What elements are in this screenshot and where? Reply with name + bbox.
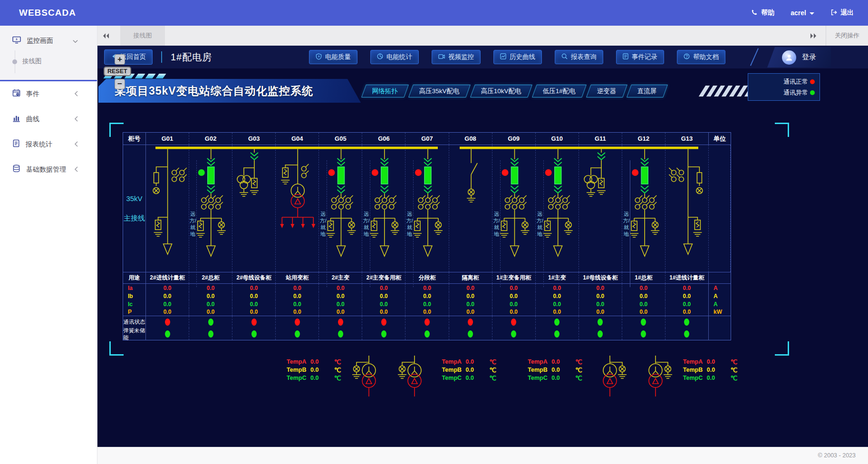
toolbar-divider bbox=[161, 51, 162, 63]
tab-hv-35kv[interactable]: 高压35kV配电 bbox=[408, 85, 471, 97]
user-menu[interactable]: acrel bbox=[791, 9, 814, 17]
sidebar-item-curves[interactable]: 曲线 bbox=[0, 106, 97, 132]
sidebar-item-monitor-screens[interactable]: 监控画面 bbox=[0, 32, 97, 49]
unit-cell: kW bbox=[709, 308, 731, 316]
sidebar-item-base-data[interactable]: 基础数据管理 bbox=[0, 157, 97, 182]
value-cell: 0.0 bbox=[232, 284, 276, 292]
bus-voltage-label: 35kV主接线 bbox=[123, 145, 146, 272]
value-cell: 0.0 bbox=[492, 292, 536, 300]
led-indicator bbox=[468, 330, 473, 338]
tab-dc-panel[interactable]: 直流屏 bbox=[627, 85, 667, 97]
power-quality-button[interactable]: 电能质量 bbox=[309, 50, 357, 64]
sidebar-item-events[interactable]: 事件 bbox=[0, 81, 97, 106]
report-search-button[interactable]: 报表查询 bbox=[555, 50, 603, 64]
shield-icon bbox=[316, 53, 322, 61]
zoom-out-button[interactable]: − bbox=[115, 79, 125, 89]
value-cell: 0.0 bbox=[492, 300, 536, 308]
top-navbar: WEBSCADA 帮助 acrel 退出 bbox=[0, 0, 868, 26]
value-cell: 0.0 bbox=[189, 308, 232, 316]
chevron-left-icon bbox=[74, 90, 78, 98]
expand-right-icon[interactable] bbox=[801, 33, 826, 39]
zoom-reset-button[interactable]: RESET bbox=[104, 67, 131, 76]
collapse-left-icon[interactable] bbox=[102, 33, 110, 39]
breaker-indicator-g09 bbox=[502, 169, 509, 176]
cabinet-id: G04 bbox=[276, 133, 319, 145]
value-cell: 0.0 bbox=[449, 300, 492, 308]
value-cell: 0.0 bbox=[536, 292, 579, 300]
value-cell: 0.0 bbox=[362, 292, 405, 300]
station-transformer-column bbox=[280, 148, 315, 228]
usage-cell: 1#母线设备柜 bbox=[579, 272, 622, 283]
logout-button[interactable]: 退出 bbox=[830, 9, 854, 17]
cabinet-id: G13 bbox=[665, 133, 709, 145]
tab-hv-10kv[interactable]: 高压10kV配电 bbox=[470, 85, 532, 97]
cabinet-id: G05 bbox=[319, 133, 362, 145]
home-button[interactable]: 返回首页 bbox=[104, 49, 153, 65]
value-cell: 0.0 bbox=[622, 308, 665, 316]
corner-bracket bbox=[775, 123, 789, 137]
sidebar-item-reports[interactable]: 报表统计 bbox=[0, 132, 97, 157]
history-curve-button[interactable]: 历史曲线 bbox=[493, 50, 542, 64]
sidebar-item-wiring-diagram[interactable]: 接线图 bbox=[0, 49, 97, 74]
zoom-in-button[interactable]: + bbox=[115, 54, 125, 65]
transformer-symbol bbox=[592, 356, 628, 397]
close-operations-button[interactable]: 关闭操作 bbox=[826, 26, 868, 46]
energy-stats-button[interactable]: 电能统计 bbox=[370, 50, 419, 64]
search-icon bbox=[561, 53, 568, 61]
diagonal-decor bbox=[750, 48, 759, 66]
event-doc-icon bbox=[623, 53, 628, 61]
value-cell: 0.0 bbox=[622, 300, 665, 308]
video-monitor-button[interactable]: 视频监控 bbox=[432, 50, 481, 64]
value-cell: 0.0 bbox=[579, 292, 622, 300]
corner-bracket bbox=[109, 123, 124, 137]
led-indicator bbox=[468, 319, 473, 326]
event-record-button[interactable]: 事件记录 bbox=[616, 50, 664, 64]
avatar-icon bbox=[782, 50, 796, 65]
value-cell: 0.0 bbox=[232, 292, 276, 300]
value-cell: 0.0 bbox=[146, 300, 189, 308]
bar-chart-icon bbox=[12, 114, 20, 124]
logout-icon bbox=[830, 9, 837, 17]
value-row-ic: Ic 0.00.0 0.00.0 0.00.0 0.00.0 0.00.0 0.… bbox=[123, 300, 731, 308]
led-indicator bbox=[208, 319, 213, 326]
chevron-left-icon bbox=[74, 115, 78, 124]
temp-group-3: TempA0.0℃ TempB0.0℃ TempC0.0℃ bbox=[528, 358, 582, 382]
sidebar-item-label: 监控画面 bbox=[27, 37, 73, 45]
cabinet-id: G01 bbox=[146, 133, 189, 145]
cabinet-id: G03 bbox=[232, 133, 276, 145]
value-cell: 0.0 bbox=[232, 308, 276, 316]
monitor-icon bbox=[12, 36, 21, 46]
tab-wiring-diagram[interactable]: 接线图 bbox=[120, 26, 165, 46]
cabinet-id: G10 bbox=[536, 133, 579, 145]
value-cell: 0.0 bbox=[449, 292, 492, 300]
cabinet-id: G02 bbox=[189, 133, 232, 145]
led-indicator bbox=[554, 319, 559, 326]
value-cell: 0.0 bbox=[665, 308, 709, 316]
breaker-indicator-g12 bbox=[632, 169, 638, 176]
tab-lv-1[interactable]: 低压1#配电 bbox=[532, 85, 587, 97]
unit-cell: A bbox=[709, 284, 731, 292]
help-doc-button[interactable]: 帮助文档 bbox=[677, 50, 725, 64]
led-indicator bbox=[511, 330, 516, 338]
tab-inverter[interactable]: 逆变器 bbox=[586, 85, 627, 97]
cabinet-id: G08 bbox=[449, 133, 492, 145]
led-indicator bbox=[684, 319, 689, 326]
help-button[interactable]: 帮助 bbox=[751, 9, 774, 17]
caret-down-icon bbox=[810, 9, 814, 17]
tree-dot bbox=[12, 59, 17, 64]
usage-row: 用途 2#进线计量柜2#总柜 2#母线设备柜站用变柜 2#主变2#主变备用柜 分… bbox=[123, 272, 731, 284]
remote-local-label: 远方/就地 bbox=[623, 160, 630, 287]
breaker-indicator-g05 bbox=[328, 169, 335, 176]
value-cell: 0.0 bbox=[362, 300, 405, 308]
led-indicator bbox=[208, 330, 213, 338]
video-icon bbox=[438, 54, 445, 61]
tab-network-topology[interactable]: 网络拓扑 bbox=[361, 85, 409, 97]
value-cell: 0.0 bbox=[362, 308, 405, 316]
led-indicator bbox=[424, 319, 430, 326]
remote-local-label: 远方/就地 bbox=[493, 160, 501, 287]
value-cell: 0.0 bbox=[492, 308, 536, 316]
diagram-area: 柜号 G01G02 G03G04 G05G06 G07G08 G09G10 G1… bbox=[114, 126, 784, 353]
login-button[interactable]: 登录 bbox=[767, 47, 831, 68]
pie-chart-icon bbox=[377, 53, 383, 61]
cabinet-id: G07 bbox=[405, 133, 449, 145]
